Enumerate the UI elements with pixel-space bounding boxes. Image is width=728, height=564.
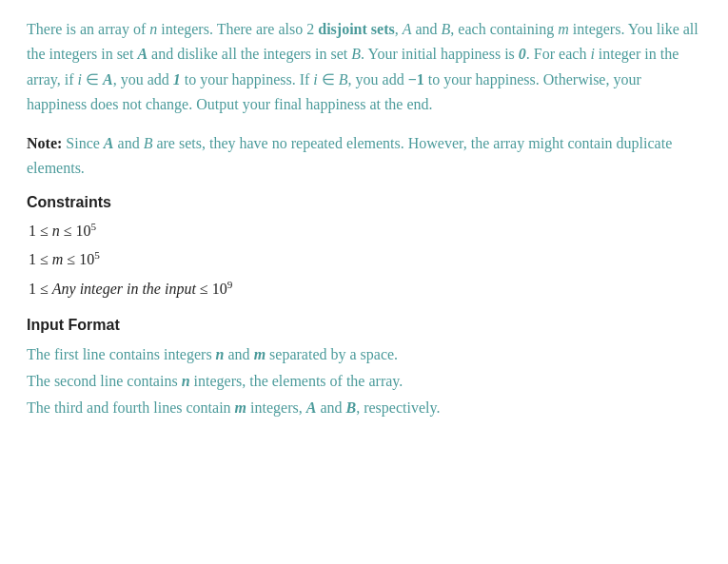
input-format-title: Input Format: [27, 317, 701, 334]
problem-paragraph: There is an array of n integers. There a…: [27, 17, 701, 118]
input-format-line-2: The second line contains n integers, the…: [27, 368, 701, 395]
problem-description: There is an array of n integers. There a…: [27, 17, 701, 421]
constraint-n: 1 ≤ n ≤ 105: [29, 217, 701, 245]
note-label: Note:: [27, 135, 62, 151]
note-paragraph: Note: Since A and B are sets, they have …: [27, 131, 701, 182]
constraints-title: Constraints: [27, 194, 701, 211]
input-format-section: Input Format The first line contains int…: [27, 317, 701, 421]
input-format-line-1: The first line contains integers n and m…: [27, 341, 701, 368]
constraints-section: Constraints 1 ≤ n ≤ 105 1 ≤ m ≤ 105 1 ≤ …: [27, 194, 701, 302]
input-format-line-3: The third and fourth lines contain m int…: [27, 395, 701, 421]
constraint-any-integer: 1 ≤ Any integer in the input ≤ 109: [29, 275, 701, 303]
constraint-m: 1 ≤ m ≤ 105: [29, 245, 701, 274]
